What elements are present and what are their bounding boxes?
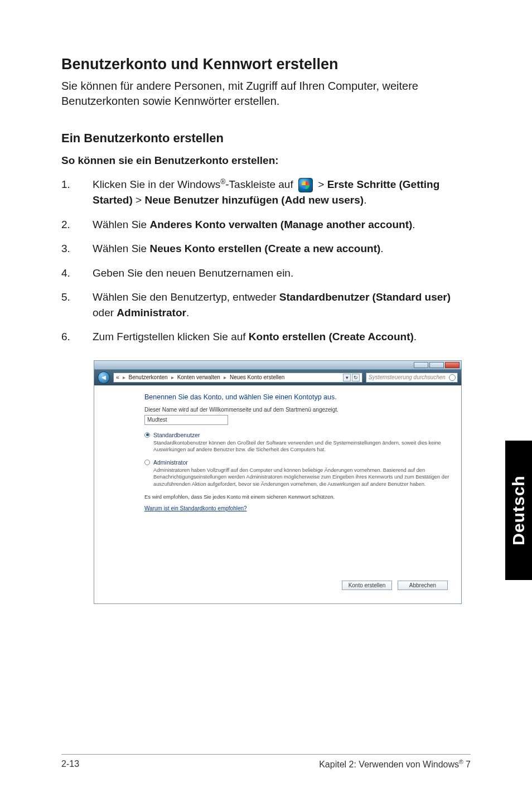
chevron-right-icon: ▸ — [224, 374, 226, 380]
why-standard-link[interactable]: Warum ist ein Standardkonto empfohlen? — [144, 505, 247, 511]
chapter-label: Kapitel 2: Verwenden von Windows® 7 — [319, 759, 471, 770]
language-tab: Deutsch — [505, 441, 532, 580]
radio-selected-icon[interactable] — [144, 432, 150, 438]
subsection-title: Ein Benutzerkonto erstellen — [61, 131, 471, 146]
steps-list: 1. Klicken Sie in der Windows®-Taskleist… — [61, 177, 471, 345]
option-explanation: Standardkontobenutzer können den Großtei… — [144, 439, 450, 453]
page-number: 2-13 — [61, 759, 79, 770]
step-3: 3. Wählen Sie Neues Konto erstellen (Cre… — [61, 241, 471, 257]
text: Kapitel 2: Verwenden von Windows — [319, 760, 459, 769]
bold: Standardbenutzer (Standard user) — [279, 291, 451, 303]
chevron-right-icon: ▸ — [123, 374, 125, 380]
page: Benutzerkonto und Kennwort erstellen Sie… — [0, 0, 532, 802]
step-body: Zum Fertigstellen klicken Sie auf Konto … — [93, 329, 471, 345]
window-titlebar — [94, 361, 461, 370]
text: . — [412, 219, 415, 230]
breadcrumb-seg[interactable]: Konten verwalten — [177, 374, 220, 380]
recommendation-text: Es wird empfohlen, dass Sie jedes Konto … — [144, 494, 450, 500]
text: 7 — [463, 760, 471, 769]
search-input[interactable]: Systemsteuerung durchsuchen — [366, 373, 458, 383]
section-intro: Sie können für andere Personen, mit Zugr… — [61, 79, 471, 109]
step-number: 2. — [61, 217, 72, 233]
search-placeholder: Systemsteuerung durchsuchen — [369, 374, 446, 380]
back-button[interactable]: ◄ — [98, 371, 110, 384]
option-explanation: Administratoren haben Vollzugriff auf de… — [144, 467, 450, 488]
text: Klicken Sie in der Windows — [93, 178, 220, 190]
step-body: Wählen Sie Neues Konto erstellen (Create… — [93, 241, 471, 257]
text: Wählen Sie — [93, 219, 149, 230]
step-number: 5. — [61, 289, 72, 320]
start-orb-icon — [298, 178, 313, 192]
leadin: So können sie ein Benutzerkonto erstelle… — [61, 154, 471, 167]
window-navbar: ◄ « ▸ Benutzerkonten ▸ Konten verwalten … — [94, 370, 461, 385]
text: . — [414, 331, 417, 342]
text: > — [315, 178, 327, 190]
breadcrumb-seg[interactable]: Benutzerkonten — [129, 374, 168, 380]
refresh-icon[interactable]: ↻ — [352, 374, 360, 381]
text: . — [186, 307, 189, 318]
section-title: Benutzerkonto und Kennwort erstellen — [61, 56, 471, 73]
bold: Neue Benutzer hinzufügen (Add new users) — [144, 194, 364, 206]
create-account-button[interactable]: Konto erstellen — [342, 581, 392, 590]
text: . — [380, 243, 383, 254]
bold: Neues Konto erstellen (Create a new acco… — [149, 243, 380, 254]
search-icon — [449, 374, 456, 381]
page-footer: 2-13 Kapitel 2: Verwenden von Windows® 7 — [61, 754, 471, 770]
close-button[interactable] — [445, 362, 460, 368]
option-label: Administrator — [153, 459, 188, 466]
text: Wählen Sie den Benutzertyp, entweder — [93, 291, 279, 303]
dialog-button-row: Konto erstellen Abbrechen — [94, 575, 461, 603]
text: oder — [93, 307, 117, 318]
text: > — [133, 194, 145, 206]
breadcrumb-seg[interactable]: Neues Konto erstellen — [230, 374, 284, 380]
step-4: 4. Geben Sie den neuen Benutzernamen ein… — [61, 265, 471, 281]
registered-mark: ® — [459, 759, 463, 765]
arrow-left-icon: ◄ — [100, 373, 108, 381]
option-administrator[interactable]: Administrator Administratoren haben Voll… — [144, 459, 450, 488]
text: Wählen Sie — [93, 243, 149, 254]
dropdown-icon[interactable]: ▾ — [343, 374, 351, 381]
bold: Administrator — [117, 307, 186, 318]
bold: Anderes Konto verwalten (Manage another … — [149, 219, 412, 230]
radio-unselected-icon[interactable] — [144, 460, 150, 465]
maximize-button[interactable] — [429, 362, 444, 368]
text: Zum Fertigstellen klicken Sie auf — [93, 331, 249, 342]
step-6: 6. Zum Fertigstellen klicken Sie auf Kon… — [61, 329, 471, 345]
registered-mark: ® — [220, 178, 225, 186]
step-body: Klicken Sie in der Windows®-Taskleiste a… — [93, 177, 471, 208]
step-number: 4. — [61, 265, 72, 281]
cancel-button[interactable]: Abbrechen — [398, 581, 448, 590]
text: -Taskleiste auf — [225, 178, 296, 190]
dialog-description: Dieser Name wird auf der Willkommenseite… — [144, 407, 450, 413]
option-standard-user[interactable]: Standardbenutzer Standardkontobenutzer k… — [144, 432, 450, 453]
text: . — [364, 194, 366, 206]
step-1: 1. Klicken Sie in der Windows®-Taskleist… — [61, 177, 471, 208]
minimize-button[interactable] — [414, 362, 428, 368]
option-label: Standardbenutzer — [153, 432, 200, 438]
step-number: 3. — [61, 241, 72, 257]
breadcrumb[interactable]: « ▸ Benutzerkonten ▸ Konten verwalten ▸ … — [113, 373, 362, 383]
account-name-input[interactable]: Mudtest — [144, 415, 228, 425]
bold: Konto erstellen (Create Account) — [249, 331, 414, 342]
step-number: 1. — [61, 177, 72, 208]
step-body: Wählen Sie den Benutzertyp, entweder Sta… — [93, 289, 471, 320]
step-body: Geben Sie den neuen Benutzernamen ein. — [93, 265, 471, 281]
screenshot-window: ◄ « ▸ Benutzerkonten ▸ Konten verwalten … — [94, 360, 462, 604]
chevron-right-icon: ▸ — [171, 374, 174, 380]
window-content: Benennen Sie das Konto, und wählen Sie e… — [94, 385, 461, 575]
input-value: Mudtest — [147, 417, 167, 423]
step-5: 5. Wählen Sie den Benutzertyp, entweder … — [61, 289, 471, 320]
breadcrumb-root-icon: « — [116, 374, 119, 380]
step-2: 2. Wählen Sie Anderes Konto verwalten (M… — [61, 217, 471, 233]
step-body: Wählen Sie Anderes Konto verwalten (Mana… — [93, 217, 471, 233]
language-tab-label: Deutsch — [509, 475, 528, 545]
dialog-heading: Benennen Sie das Konto, und wählen Sie e… — [144, 393, 450, 401]
step-number: 6. — [61, 329, 72, 345]
